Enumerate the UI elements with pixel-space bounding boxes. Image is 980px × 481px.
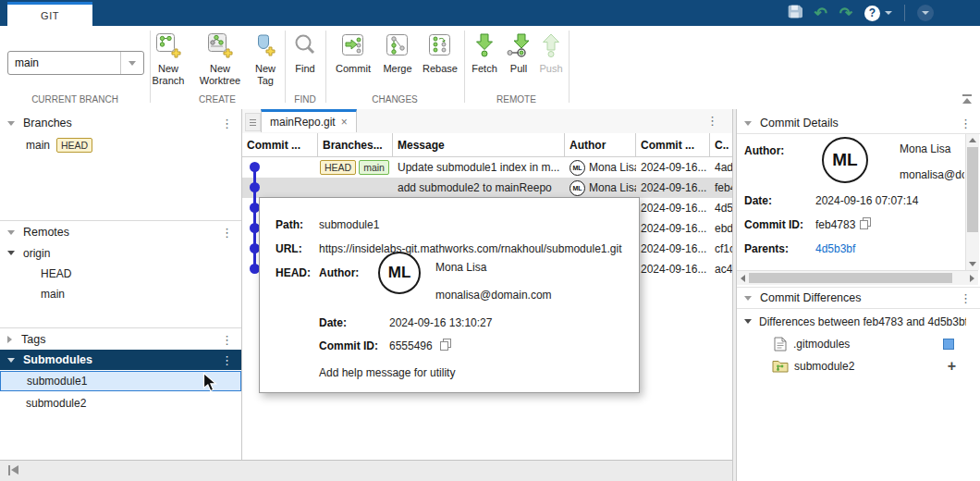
help-button[interactable]: ?	[864, 6, 892, 21]
save-icon[interactable]	[787, 4, 802, 22]
pull-button[interactable]: Pull	[503, 32, 534, 75]
new-tag-label: New Tag	[248, 63, 283, 87]
column-header-message[interactable]: Message	[393, 133, 565, 156]
commit-message: Add help message for utility	[319, 366, 455, 379]
column-header-date[interactable]: Commit ...	[636, 133, 710, 156]
copy-icon[interactable]	[860, 217, 871, 229]
head-badge: HEAD	[56, 138, 92, 153]
commit-row[interactable]: HEAD main Update submodule1 index in m..…	[242, 157, 732, 178]
commit-icon	[340, 32, 366, 61]
tags-menu-icon[interactable]	[221, 334, 233, 346]
help-icon: ?	[864, 6, 880, 21]
new-tag-button[interactable]: New Tag	[248, 32, 283, 87]
commit-differences-header[interactable]: Commit Differences	[737, 287, 980, 309]
tags-section-header[interactable]: Tags	[0, 329, 241, 350]
collapse-caret-icon[interactable]	[744, 319, 752, 324]
commit-row-selected[interactable]: add submodule2 to mainReepo ML Mona Lisa…	[242, 178, 732, 198]
commit-table-header: Commit ... Branches... Message Author Co…	[242, 133, 732, 157]
commit-date: 2024-09-16...	[636, 263, 710, 276]
column-header-branches[interactable]: Branches...	[318, 133, 393, 156]
submodules-menu-icon[interactable]	[221, 354, 233, 366]
commit-details-header[interactable]: Commit Details	[737, 113, 980, 134]
diff-file-submodule2[interactable]: submodule2 +	[737, 355, 980, 376]
remotes-section-header[interactable]: Remotes	[0, 222, 241, 242]
collapse-caret-icon[interactable]	[744, 121, 752, 126]
push-label: Push	[539, 63, 562, 75]
app-window: GIT ? main CURRENT BRANCH	[0, 0, 980, 481]
section-label-create: CREATE	[150, 94, 285, 105]
collapse-caret-icon[interactable]	[7, 358, 15, 363]
section-divider	[0, 220, 241, 221]
fetch-button[interactable]: Fetch	[466, 32, 503, 75]
close-icon[interactable]: ×	[341, 116, 348, 129]
column-header-graph[interactable]: Commit ...	[242, 133, 318, 156]
column-header-author[interactable]: Author	[565, 133, 636, 156]
branch-item-main[interactable]: main HEAD	[0, 135, 241, 154]
tab-bar-grip-icon[interactable]	[245, 113, 261, 131]
parent-commit-link[interactable]: 4d5b3bf	[815, 242, 855, 255]
added-status-icon: +	[948, 359, 956, 374]
submodule-name: submodule2	[26, 397, 86, 410]
author-email: monalisa@domain.com	[900, 168, 964, 181]
commit-button[interactable]: Commit	[329, 32, 377, 75]
new-worktree-button[interactable]: New Worktree	[192, 32, 248, 87]
author-name: Mona Lisa	[589, 181, 636, 194]
tab-bar-menu-icon[interactable]	[706, 115, 718, 127]
bottom-scroll-strip[interactable]	[0, 460, 732, 481]
collapse-caret-icon[interactable]	[7, 230, 15, 235]
new-branch-button[interactable]: New Branch	[144, 32, 192, 87]
tags-title: Tags	[21, 333, 45, 346]
expand-caret-icon[interactable]	[7, 251, 15, 255]
remote-item-origin[interactable]: origin	[0, 243, 241, 263]
commit-graph-node[interactable]	[250, 182, 260, 192]
date-value: 2024-09-16 13:10:27	[389, 316, 492, 329]
merge-icon	[385, 32, 410, 61]
current-branch-combo[interactable]: main	[7, 51, 144, 75]
push-icon	[539, 32, 563, 61]
copy-icon[interactable]	[440, 339, 451, 351]
submodules-section-header[interactable]: Submodules	[0, 350, 241, 370]
new-worktree-icon	[207, 32, 233, 61]
column-header-commit-id[interactable]: C..	[710, 133, 732, 156]
rebase-button[interactable]: Rebase	[418, 32, 462, 75]
merge-button[interactable]: Merge	[377, 32, 418, 75]
remotes-menu-icon[interactable]	[221, 227, 233, 239]
commit-details-menu-icon[interactable]	[960, 117, 972, 130]
find-button[interactable]: Find	[287, 32, 324, 75]
submodule-name: submodule1	[27, 375, 87, 388]
collapse-caret-icon[interactable]	[744, 296, 752, 301]
vertical-scrollbar[interactable]	[965, 134, 979, 270]
commit-details-title: Commit Details	[760, 117, 839, 130]
combo-dropdown-button[interactable]	[120, 52, 143, 74]
remote-branch-main[interactable]: main	[0, 284, 241, 303]
submodule-item-2[interactable]: submodule2	[0, 393, 241, 413]
commit-date: 2024-09-16...	[636, 161, 710, 174]
commit-id-label: Commit ID:	[319, 339, 378, 352]
diff-file-gitmodules[interactable]: .gitmodules	[737, 333, 980, 354]
parents-label: Parents:	[744, 242, 789, 255]
branches-menu-icon[interactable]	[221, 117, 233, 130]
commit-graph-node[interactable]	[250, 162, 260, 172]
author-email: monalisa@domain.com	[435, 289, 552, 302]
pull-icon	[506, 32, 532, 61]
collapse-left-icon[interactable]	[8, 465, 19, 475]
tab-mainrepo[interactable]: mainRepo.git ×	[261, 109, 357, 132]
remote-branch-head[interactable]: HEAD	[0, 264, 241, 283]
collapse-caret-icon[interactable]	[7, 121, 15, 126]
commit-differences-menu-icon[interactable]	[960, 292, 972, 304]
section-separator	[285, 31, 286, 103]
toolbar-overflow-button[interactable]	[917, 5, 934, 21]
branches-section-header[interactable]: Branches	[0, 113, 241, 133]
head-badge: HEAD	[320, 160, 356, 175]
horizontal-scrollbar[interactable]	[737, 270, 978, 285]
collapse-toolstrip-icon[interactable]	[962, 94, 973, 104]
section-separator	[569, 31, 570, 103]
mouse-cursor	[202, 372, 218, 396]
expand-caret-icon[interactable]	[7, 336, 12, 343]
details-panel: Commit Details Author: ML Mona Lisa mona…	[737, 109, 980, 481]
undo-icon[interactable]	[815, 6, 827, 21]
redo-icon[interactable]	[839, 6, 852, 21]
differences-root-node[interactable]: Differences between feb4783 and 4d5b3bf	[737, 311, 980, 332]
avatar: ML	[570, 160, 585, 176]
toolstrip-tab-git[interactable]: GIT	[7, 2, 92, 26]
